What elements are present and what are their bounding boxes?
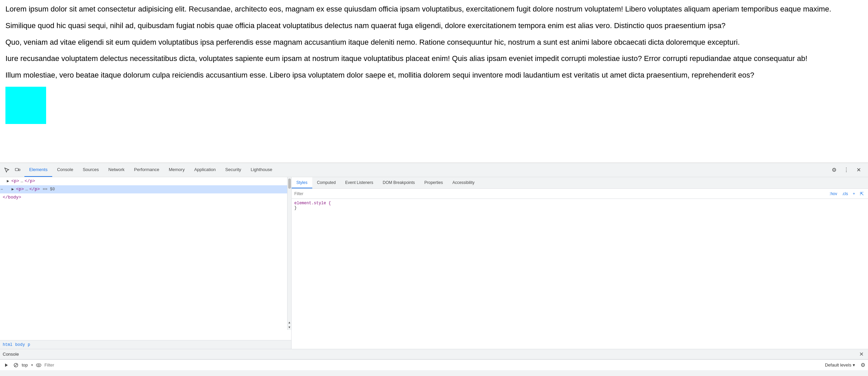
tab-security[interactable]: Security	[220, 163, 246, 177]
devtools-tabs: Elements Console Sources Network Perform…	[24, 163, 829, 177]
filter-actions: :hov .cls + ⇱	[828, 190, 865, 197]
style-tab-styles[interactable]: Styles	[292, 177, 312, 188]
style-tab-computed[interactable]: Computed	[312, 177, 340, 188]
cyan-box	[5, 87, 46, 124]
breadcrumb-p[interactable]: p	[28, 342, 30, 347]
elem-dots-1: …	[21, 178, 23, 185]
style-tab-properties[interactable]: Properties	[419, 177, 448, 188]
console-header: Console ✕	[0, 349, 868, 359]
devtools-more-icon[interactable]: ⋮	[842, 165, 851, 175]
levels-arrow-icon: ▾	[853, 362, 855, 368]
style-tab-event-listeners[interactable]: Event Listeners	[340, 177, 378, 188]
paragraph-4: Iure recusandae voluptatem delectus nece…	[5, 54, 863, 64]
device-toolbar-icon[interactable]	[13, 165, 22, 175]
elem-close-p1: </p>	[24, 178, 35, 185]
console-label: Console	[3, 352, 19, 357]
tab-network[interactable]: Network	[104, 163, 130, 177]
scrollbar-thumb	[288, 179, 291, 189]
devtools-toolbar: Elements Console Sources Network Perform…	[0, 163, 868, 177]
paragraph-3: Quo, veniam ad vitae eligendi sit eum qu…	[5, 37, 863, 48]
svg-point-6	[38, 364, 40, 366]
devtools-toolbar-right: ⚙ ⋮ ✕	[829, 165, 867, 175]
context-select-wrap: top ▾	[22, 362, 33, 368]
console-settings-icon[interactable]: ⚙	[861, 362, 865, 368]
console-section: Console ✕ top ▾	[0, 349, 868, 376]
element-row-body-close[interactable]: </body>	[0, 193, 291, 202]
styles-filter-input[interactable]	[294, 191, 828, 196]
console-input-row: top ▾ Default levels ▾ ⚙	[0, 359, 868, 370]
console-eye-button[interactable]	[35, 361, 42, 369]
devtools-panel: Elements Console Sources Network Perform…	[0, 163, 868, 376]
styles-content: element.style { }	[292, 199, 868, 349]
element-row-p2[interactable]: ⋯ ▶ <p> … </p> == $0	[0, 185, 291, 193]
element-style-rule: element.style { }	[294, 201, 865, 210]
console-ban-button[interactable]	[12, 361, 20, 369]
styles-tabs: Styles Computed Event Listeners DOM Brea…	[292, 177, 868, 189]
tab-application[interactable]: Application	[190, 163, 221, 177]
hov-button[interactable]: :hov	[828, 191, 839, 197]
tab-elements[interactable]: Elements	[24, 163, 52, 177]
cls-button[interactable]: .cls	[841, 191, 849, 197]
devtools-settings-icon[interactable]: ⚙	[829, 165, 839, 175]
elem-close-body: </body>	[3, 194, 21, 201]
tab-performance[interactable]: Performance	[129, 163, 164, 177]
tab-memory[interactable]: Memory	[164, 163, 190, 177]
dot-menu-icon: ⋯	[1, 186, 3, 193]
dollar-marker: == $0	[43, 186, 55, 193]
svg-rect-0	[15, 168, 18, 171]
scroll-down-arrow[interactable]: ▼	[288, 325, 292, 330]
element-style-selector: element.style {	[294, 201, 865, 206]
element-row-p1[interactable]: ▶ <p> … </p>	[0, 177, 291, 185]
inspect-element-icon[interactable]	[2, 165, 12, 175]
elem-tag-p1: <p>	[11, 178, 19, 185]
expand-arrow-2: ▶	[12, 186, 14, 193]
breadcrumb: html body p	[0, 340, 291, 349]
elements-content: ▶ <p> … </p> ⋯ ▶ <p> … </p> == $0 </body…	[0, 177, 291, 340]
console-filter-input[interactable]	[44, 362, 821, 368]
style-tab-accessibility[interactable]: Accessibility	[448, 177, 479, 188]
tab-sources[interactable]: Sources	[78, 163, 104, 177]
paragraph-5: Illum molestiae, vero beatae itaque dolo…	[5, 70, 863, 81]
devtools-close-icon[interactable]: ✕	[854, 165, 863, 175]
elements-scrollbar[interactable]: ▲ ▼	[287, 177, 291, 330]
breadcrumb-html[interactable]: html	[3, 342, 13, 347]
style-tab-dom-breakpoints[interactable]: DOM Breakpoints	[378, 177, 420, 188]
context-select[interactable]: top	[22, 362, 33, 368]
devtools-main: ▶ <p> … </p> ⋯ ▶ <p> … </p> == $0 </body…	[0, 177, 868, 349]
svg-rect-1	[19, 169, 20, 171]
svg-line-4	[15, 364, 17, 367]
styles-filter-bar: :hov .cls + ⇱	[292, 189, 868, 199]
elem-tag-p2: <p>	[16, 186, 24, 193]
svg-marker-2	[5, 363, 8, 367]
page-content: Lorem ipsum dolor sit amet consectetur a…	[0, 0, 868, 163]
paragraph-1: Lorem ipsum dolor sit amet consectetur a…	[5, 4, 863, 15]
elem-close-p2: </p>	[29, 186, 40, 193]
elements-panel: ▶ <p> … </p> ⋯ ▶ <p> … </p> == $0 </body…	[0, 177, 292, 349]
toggle-style-sidebar-button[interactable]: ⇱	[859, 190, 865, 197]
breadcrumb-body[interactable]: body	[15, 342, 25, 347]
add-style-button[interactable]: +	[851, 191, 856, 197]
tab-console[interactable]: Console	[52, 163, 78, 177]
tab-lighthouse[interactable]: Lighthouse	[246, 163, 277, 177]
console-close-button[interactable]: ✕	[857, 350, 865, 358]
scrollbar-bottom: ▲ ▼	[288, 320, 292, 330]
styles-panel: Styles Computed Event Listeners DOM Brea…	[292, 177, 868, 349]
default-levels-button[interactable]: Default levels ▾	[823, 362, 857, 368]
expand-arrow-1: ▶	[7, 178, 9, 185]
scroll-up-arrow[interactable]: ▲	[288, 320, 292, 325]
element-style-close: }	[294, 206, 865, 210]
elem-dots-2: …	[25, 186, 28, 193]
console-play-button[interactable]	[3, 361, 10, 369]
paragraph-2: Similique quod hic quasi sequi, nihil ad…	[5, 21, 863, 31]
svg-point-5	[36, 363, 41, 367]
